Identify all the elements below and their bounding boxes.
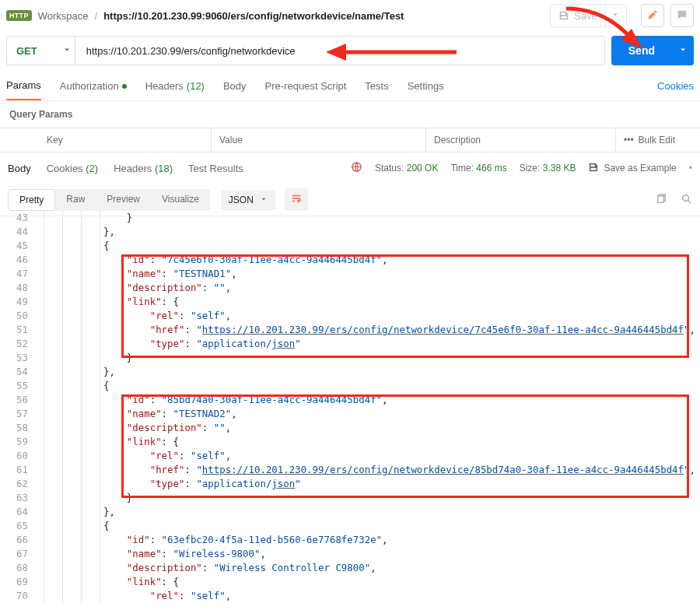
svg-point-2 [683,195,689,201]
auth-dot-icon [122,84,127,89]
col-key: Key [0,128,212,152]
code-content: "name": "TESTNAD1", [100,267,700,281]
resp-tab-headers[interactable]: Headers (18) [114,163,173,174]
tab-body[interactable]: Body [223,72,247,100]
save-as-example[interactable]: Save as Example [588,162,676,175]
view-preview[interactable]: Preview [96,189,151,211]
save-button[interactable]: Save [550,4,605,27]
edit-icon-button[interactable] [641,4,664,27]
code-content: "id": "63efbc20-4f5a-11ed-b560-6e7768fe7… [100,533,700,547]
tab-headers-label: Headers [145,80,184,92]
code-content: "id": "7c45e6f0-30af-11ee-a4cc-9a446445b… [100,253,700,267]
pencil-icon [647,9,658,23]
format-value: JSON [229,195,254,205]
search-icon[interactable] [681,193,692,207]
code-line: 67 "name": "Wireless-9800", [0,547,700,561]
copy-icon[interactable] [655,193,667,207]
request-tabs: Params Authorization Headers (12) Body P… [0,72,700,101]
cookies-link[interactable]: Cookies [657,80,694,92]
method-select[interactable]: GET [6,36,81,65]
resp-tab-cookies-label: Cookies [47,163,83,174]
view-pretty[interactable]: Pretty [8,189,55,211]
status-block[interactable]: Status: 200 OK [375,163,438,174]
line-number: 62 [0,477,34,491]
code-line: 53 } [0,351,700,365]
code-content: { [100,519,700,533]
wrap-icon [291,193,302,206]
tab-tests[interactable]: Tests [365,72,388,100]
response-tabs: Body Cookies (2) Headers (18) Test Resul… [0,152,700,184]
size-block[interactable]: Size: 3.38 KB [520,163,576,174]
line-number: 46 [0,253,34,267]
code-line: 45{ [0,239,700,253]
view-mode-segment: Pretty Raw Preview Visualize [8,189,210,211]
request-title: https://10.201.230.99:9060/ers/config/ne… [103,10,404,22]
comment-icon-button[interactable] [670,4,694,27]
url-value: https://10.201.230.99/ers/config/network… [86,45,296,57]
time-block[interactable]: Time: 466 ms [450,163,506,174]
code-content: "name": "TESTNAD2", [100,407,700,421]
code-line: 48 "description": "", [0,281,700,295]
chevron-down-icon [611,10,621,21]
code-line: 57 "name": "TESTNAD2", [0,407,700,421]
line-number: 50 [0,309,34,323]
line-number: 69 [0,575,34,589]
code-line: 51 "href": "https://10.201.230.99/ers/co… [0,323,700,337]
send-button[interactable]: Send [611,36,672,65]
tab-settings[interactable]: Settings [408,72,444,100]
line-number: 52 [0,337,34,351]
code-line: 68 "description": "Wireless Controller C… [0,561,700,575]
response-status: Status: 200 OK Time: 466 ms Size: 3.38 K… [351,161,692,175]
bulk-edit-link[interactable]: ••• Bulk Edit [616,128,700,152]
view-visualize[interactable]: Visualize [151,189,210,211]
query-params-heading: Query Params [0,101,700,128]
more-icon[interactable]: • [689,163,692,174]
col-value: Value [212,128,426,152]
line-number: 47 [0,267,34,281]
view-raw[interactable]: Raw [55,189,96,211]
save-as-example-label: Save as Example [604,163,676,174]
wrap-lines-button[interactable] [285,188,308,211]
tab-prerequest[interactable]: Pre-request Script [265,72,347,100]
code-line: 61 "href": "https://10.201.230.99/ers/co… [0,463,700,477]
code-line: 52 "type": "application/json" [0,337,700,351]
code-content: { [100,379,700,393]
code-content: "link": { [100,295,700,309]
url-input[interactable]: https://10.201.230.99/ers/config/network… [75,36,605,65]
code-line: 62 "type": "application/json" [0,477,700,491]
response-code-area[interactable]: 43 }44},45{46 "id": "7c45e6f0-30af-11ee-… [0,211,700,610]
code-content: }, [100,225,700,239]
code-content: "link": { [100,435,700,449]
resp-tab-cookies[interactable]: Cookies (2) [47,163,98,174]
col-description: Description [426,128,616,152]
crumb-separator: / [95,10,98,22]
http-badge: HTTP [6,10,32,21]
method-value: GET [16,45,37,57]
line-number: 58 [0,421,34,435]
line-number: 64 [0,505,34,519]
code-line: 60 "rel": "self", [0,449,700,463]
resp-tab-test-results[interactable]: Test Results [188,163,243,174]
tab-params[interactable]: Params [6,72,41,100]
save-label: Save [574,10,597,22]
status-value: 200 OK [407,163,439,174]
code-line: 69 "link": { [0,575,700,589]
code-line: 59 "link": { [0,435,700,449]
code-content: "type": "application/json" [100,477,700,491]
line-number: 66 [0,533,34,547]
save-dropdown[interactable] [605,4,627,27]
bulk-edit-label: Bulk Edit [639,135,675,145]
tab-authorization-label: Authorization [60,80,119,92]
svg-rect-1 [658,195,664,202]
tab-authorization[interactable]: Authorization [60,72,127,100]
breadcrumb: HTTP Workspace / https://10.201.230.99:9… [0,0,700,31]
format-select[interactable]: JSON [221,190,275,210]
tab-headers[interactable]: Headers (12) [145,72,205,100]
method-url-wrap: GET https://10.201.230.99/ers/config/net… [6,36,605,65]
status-label: Status: [375,163,404,174]
send-dropdown[interactable] [672,36,694,65]
save-button-group: Save [550,4,627,27]
resp-tab-body[interactable]: Body [8,163,31,174]
workspace-crumb[interactable]: Workspace [38,10,89,22]
floppy-icon [588,162,599,175]
